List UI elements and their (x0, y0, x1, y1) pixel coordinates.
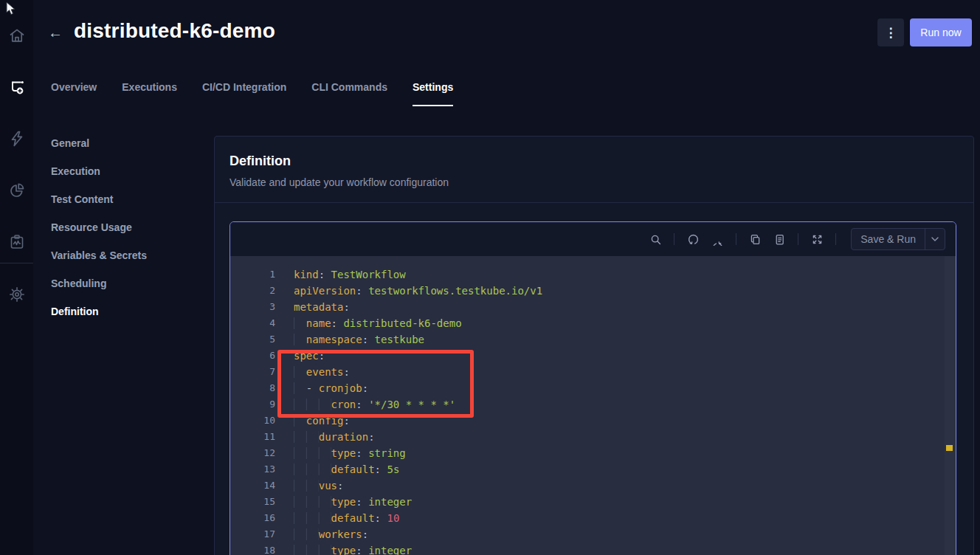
tab-cli-commands[interactable]: CLI Commands (311, 81, 387, 106)
code-line[interactable]: 12 type: string (230, 445, 956, 461)
settings-nav-item-resource-usage[interactable]: Resource Usage (33, 213, 214, 241)
definition-card: Definition Validate and update your work… (214, 136, 974, 555)
code-text: metadata: (294, 299, 350, 315)
line-number: 7 (230, 364, 294, 380)
code-line[interactable]: 1kind: TestWorkflow (230, 266, 956, 283)
line-number: 14 (230, 478, 294, 494)
line-number: 3 (230, 299, 294, 315)
lightning-icon[interactable] (8, 130, 26, 148)
definition-card-header: Definition Validate and update your work… (215, 137, 973, 203)
gear-icon[interactable] (8, 286, 26, 303)
code-text: namespace: testkube (294, 331, 424, 348)
code-line[interactable]: 4 name: distributed-k6-demo (230, 315, 956, 331)
redo-icon (711, 233, 724, 246)
settings-nav: GeneralExecutionTest ContentResource Usa… (33, 129, 214, 325)
line-number: 4 (230, 315, 294, 331)
line-number: 2 (230, 283, 294, 299)
code-line[interactable]: 9 cron: '*/30 * * * *' (230, 396, 956, 413)
line-number: 1 (230, 266, 294, 283)
tab-overview[interactable]: Overview (51, 81, 97, 106)
test-results-icon[interactable] (8, 233, 26, 251)
redo-button[interactable] (708, 230, 727, 249)
save-and-run-button[interactable]: Save & Run (851, 228, 945, 250)
editor-scrollbar[interactable] (945, 256, 956, 555)
undo-icon (687, 233, 700, 246)
code-text: default: 5s (294, 461, 399, 478)
line-number: 8 (230, 380, 294, 396)
editor-toolbar: Save & Run (230, 222, 956, 256)
rail-divider (0, 263, 33, 263)
code-text: name: distributed-k6-demo (294, 315, 462, 331)
line-number: 5 (230, 331, 294, 348)
code-area[interactable]: 1kind: TestWorkflow2apiVersion: testwork… (230, 256, 956, 555)
settings-nav-item-definition[interactable]: Definition (33, 297, 214, 325)
code-line[interactable]: 13 default: 5s (230, 461, 956, 478)
code-line[interactable]: 2apiVersion: testworkflows.testkube.io/v… (230, 283, 956, 299)
code-line[interactable]: 16 default: 10 (230, 510, 956, 526)
back-arrow-icon: ← (48, 24, 63, 41)
expand-button[interactable] (807, 230, 827, 249)
search-icon (649, 233, 662, 246)
code-line[interactable]: 6spec: (230, 348, 956, 364)
scrollbar-marker (946, 445, 953, 451)
line-number: 6 (230, 348, 294, 364)
line-number: 15 (230, 494, 294, 510)
tab-ci-cd-integration[interactable]: CI/CD Integration (202, 81, 286, 106)
code-text: cron: '*/30 * * * *' (294, 396, 455, 413)
search-button[interactable] (646, 230, 665, 249)
code-line[interactable]: 18 type: integer (230, 542, 956, 555)
toolbar-divider (736, 233, 736, 245)
tab-executions[interactable]: Executions (122, 81, 177, 106)
code-editor: Save & Run 1kind: TestWorkflow2apiVersio… (230, 221, 956, 555)
code-line[interactable]: 17 workers: (230, 526, 956, 542)
line-number: 10 (230, 413, 294, 429)
icon-rail (0, 0, 33, 555)
code-text: type: string (294, 445, 406, 461)
toolbar-divider (835, 233, 836, 245)
code-text: type: integer (294, 542, 412, 555)
code-line[interactable]: 14 vus: (230, 478, 956, 494)
toolbar-divider (798, 233, 798, 245)
code-text: apiVersion: testworkflows.testkube.io/v1 (294, 283, 542, 299)
code-line[interactable]: 10 config: (230, 413, 956, 429)
code-text: config: (294, 413, 350, 429)
code-text: default: 10 (294, 510, 399, 526)
settings-nav-item-test-content[interactable]: Test Content (33, 185, 214, 213)
code-line[interactable]: 5 namespace: testkube (230, 331, 956, 348)
settings-nav-item-execution[interactable]: Execution (33, 157, 214, 185)
panel-title: Definition (230, 153, 959, 169)
home-icon[interactable] (8, 27, 26, 44)
line-number: 16 (230, 510, 294, 526)
code-line[interactable]: 11 duration: (230, 429, 956, 445)
run-now-button[interactable]: Run now (910, 18, 972, 46)
paste-button[interactable] (770, 230, 789, 249)
paste-icon (773, 233, 786, 246)
line-number: 9 (230, 396, 294, 413)
tabs: OverviewExecutionsCI/CD IntegrationCLI C… (51, 81, 453, 106)
settings-nav-item-general[interactable]: General (33, 129, 214, 157)
code-line[interactable]: 3metadata: (230, 299, 956, 315)
line-number: 12 (230, 445, 294, 461)
code-text: duration: (294, 429, 375, 445)
pie-chart-icon[interactable] (8, 182, 26, 199)
settings-nav-item-variables-secrets[interactable]: Variables & Secrets (33, 241, 214, 269)
code-line[interactable]: 8 - cronjob: (230, 380, 956, 396)
code-line[interactable]: 7 events: (230, 364, 956, 380)
code-text: kind: TestWorkflow (294, 266, 406, 283)
settings-nav-item-scheduling[interactable]: Scheduling (33, 269, 214, 297)
save-and-run-chevron[interactable] (925, 229, 945, 249)
line-number: 13 (230, 461, 294, 478)
code-text: spec: (294, 348, 325, 364)
panel-subtitle: Validate and update your workflow config… (230, 175, 959, 190)
undo-button[interactable] (683, 230, 703, 249)
line-number: 18 (230, 542, 294, 555)
line-number: 17 (230, 526, 294, 542)
code-text: - cronjob: (294, 380, 368, 396)
code-text: type: integer (294, 494, 412, 510)
code-line[interactable]: 15 type: integer (230, 494, 956, 510)
tab-settings[interactable]: Settings (413, 81, 453, 106)
back-button[interactable]: ← (46, 22, 65, 43)
copy-button[interactable] (745, 230, 765, 249)
more-options-button[interactable]: ⋮ (877, 18, 904, 46)
test-workflows-icon[interactable] (8, 78, 26, 96)
